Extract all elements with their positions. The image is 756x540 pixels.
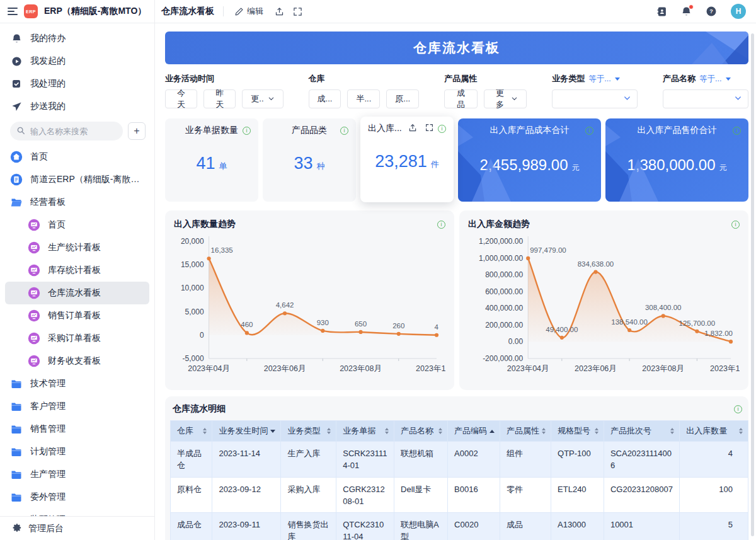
sidebar-item-quick-1[interactable]: 我发起的: [0, 50, 154, 72]
info-icon[interactable]: i: [731, 221, 740, 229]
filter-button[interactable]: 原...: [386, 89, 419, 108]
sidebar-folder-item[interactable]: 销售管理: [0, 418, 154, 440]
contacts-icon[interactable]: [656, 6, 667, 17]
operator-dropdown-icon[interactable]: [726, 78, 731, 81]
column-header-label: 产品名称: [401, 425, 433, 437]
table-cell: 生产入库: [281, 442, 336, 478]
filter-button[interactable]: 半...: [347, 89, 380, 108]
condition-select[interactable]: [552, 89, 638, 108]
sidebar-nav-item-2[interactable]: 经营看板: [0, 191, 154, 214]
sort-icon[interactable]: [670, 428, 674, 434]
sidebar-nav-item-0[interactable]: 首页: [0, 146, 154, 168]
column-header-5[interactable]: 产品编码: [448, 421, 500, 442]
column-header-1[interactable]: 业务发生时间: [212, 421, 281, 442]
sidebar-item-label: 我的待办: [30, 33, 66, 44]
sidebar-dashboard-item[interactable]: 销售订单看板: [0, 304, 154, 327]
info-icon[interactable]: i: [437, 221, 445, 229]
svg-text:460: 460: [241, 321, 253, 328]
condition-operator[interactable]: 等于...: [588, 74, 610, 84]
kpi-value: 41: [196, 154, 215, 173]
sort-icon[interactable]: [542, 428, 546, 434]
admin-backend-item[interactable]: 管理后台: [0, 516, 154, 540]
add-button[interactable]: +: [128, 122, 146, 140]
column-header-4[interactable]: 产品名称: [394, 421, 448, 442]
condition-select[interactable]: [663, 89, 748, 108]
search-input[interactable]: [10, 122, 123, 141]
filter-button[interactable]: 今天: [165, 89, 197, 108]
table-cell: CGRK231208-01: [336, 477, 394, 513]
sidebar-folder-item[interactable]: 委外管理: [0, 486, 154, 508]
info-icon[interactable]: i: [733, 127, 741, 135]
info-icon[interactable]: i: [585, 127, 593, 135]
sidebar-item-label: 抄送我的: [30, 101, 66, 112]
notification-dot: [689, 4, 694, 9]
main-scrollbar[interactable]: [751, 33, 754, 536]
svg-text:600,000.00: 600,000.00: [485, 287, 523, 296]
sidebar-item-label: 技术管理: [30, 378, 66, 389]
info-icon[interactable]: i: [438, 125, 446, 133]
sort-asc-icon[interactable]: [490, 430, 495, 433]
sort-icon[interactable]: [595, 428, 598, 434]
notifications-bell-icon[interactable]: [681, 6, 692, 17]
operator-dropdown-icon[interactable]: [615, 78, 620, 81]
filter-button[interactable]: 成...: [309, 89, 341, 108]
condition-operator[interactable]: 等于...: [699, 74, 721, 84]
export-icon[interactable]: [408, 124, 417, 134]
sidebar-dashboard-item[interactable]: 仓库流水看板: [5, 282, 149, 304]
export-icon[interactable]: [275, 7, 284, 16]
sidebar-nav-item-1[interactable]: 简道云ERP（精细版-离散MT...: [0, 168, 154, 191]
sidebar-collapse-icon[interactable]: [8, 7, 18, 16]
sort-icon[interactable]: [327, 428, 331, 434]
table-cell: 成品: [500, 513, 551, 540]
sidebar-item-quick-0[interactable]: 我的待办: [0, 27, 154, 50]
sidebar-dashboard-item[interactable]: 财务收支看板: [0, 350, 154, 372]
sidebar-item-label: 采购订单看板: [48, 333, 101, 344]
filter-button[interactable]: 更多: [484, 89, 527, 108]
sidebar-item-quick-2[interactable]: 我处理的: [0, 72, 154, 95]
info-icon[interactable]: i: [734, 405, 742, 413]
sort-desc-icon[interactable]: [270, 430, 275, 433]
kpi-unit: 件: [431, 159, 439, 170]
sidebar-item-quick-3[interactable]: 抄送我的: [0, 95, 154, 118]
column-header-0[interactable]: 仓库: [171, 421, 212, 442]
app-title: ERP（精细版-离散MTO）: [44, 6, 146, 17]
filter-button[interactable]: 成品: [444, 89, 478, 108]
sidebar-item-label: 库存统计看板: [48, 265, 101, 276]
info-icon[interactable]: i: [243, 127, 251, 135]
fullscreen-icon[interactable]: [425, 124, 433, 134]
sidebar-dashboard-item[interactable]: 首页: [0, 214, 154, 236]
column-header-2[interactable]: 业务类型: [281, 421, 336, 442]
help-icon[interactable]: ?: [706, 6, 717, 17]
sort-icon[interactable]: [385, 428, 389, 434]
edit-button[interactable]: 编辑: [232, 4, 266, 18]
column-header-label: 产品批次号: [610, 425, 651, 437]
divider: [223, 6, 224, 16]
sidebar-dashboard-item[interactable]: 生产统计看板: [0, 236, 154, 259]
table-row: 成品仓2023-09-11销售换货出库QTCK231011-04联想电脑A型C0…: [171, 513, 748, 540]
sidebar-folder-item[interactable]: 生产管理: [0, 463, 154, 486]
column-header-7[interactable]: 规格型号: [551, 421, 604, 442]
filter-button[interactable]: 昨天: [203, 89, 236, 108]
column-header-9[interactable]: 出入库数量: [680, 421, 748, 442]
sidebar-folder-item[interactable]: 客户管理: [0, 395, 154, 418]
sidebar-folder-item[interactable]: 技术管理: [0, 372, 154, 395]
svg-text:?: ?: [709, 8, 713, 14]
column-header-8[interactable]: 产品批次号: [604, 421, 679, 442]
filter-button[interactable]: 更..: [242, 89, 283, 108]
kpi-card-title: 出入库...: [368, 123, 402, 134]
table-cell: 2023-09-12: [212, 477, 281, 513]
user-avatar[interactable]: H: [731, 4, 746, 19]
sidebar-folder-item[interactable]: 计划管理: [0, 440, 154, 463]
sort-icon[interactable]: [203, 428, 207, 434]
sidebar-dashboard-item[interactable]: 库存统计看板: [0, 259, 154, 282]
table-cell: 原料仓: [171, 477, 212, 513]
app-logo[interactable]: ERP: [24, 4, 38, 18]
table-row: 半成品仓2023-11-14生产入库SCRK231114-01联想机箱A0002…: [171, 442, 748, 478]
sidebar-dashboard-item[interactable]: 采购订单看板: [0, 327, 154, 350]
sort-icon[interactable]: [438, 428, 442, 434]
fullscreen-icon[interactable]: [293, 7, 302, 16]
sort-icon[interactable]: [739, 428, 743, 434]
column-header-6[interactable]: 产品属性: [500, 421, 551, 442]
column-header-3[interactable]: 业务单据: [336, 421, 394, 442]
info-icon[interactable]: i: [340, 127, 348, 135]
